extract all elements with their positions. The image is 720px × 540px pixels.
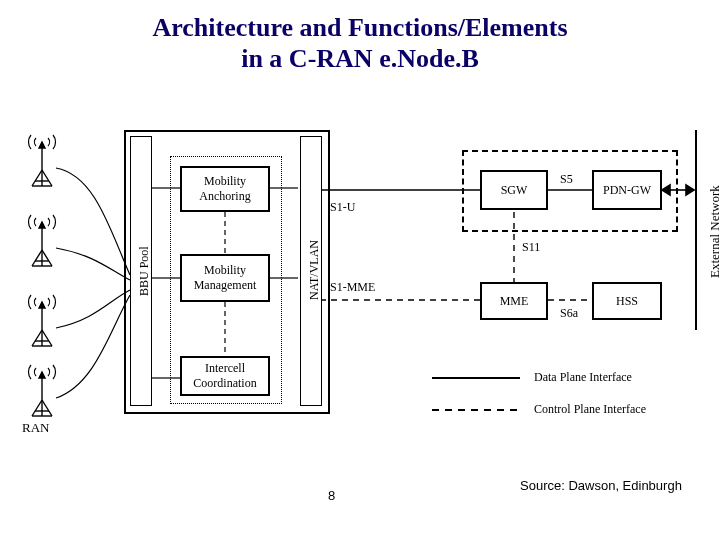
slide: Architecture and Functions/Elements in a… — [0, 0, 720, 540]
svg-line-17 — [42, 330, 52, 346]
mobility-management-box: Mobility Management — [180, 254, 270, 302]
svg-line-23 — [32, 400, 42, 416]
svg-line-10 — [42, 250, 52, 266]
svg-line-2 — [32, 170, 42, 186]
pdn-gw-box: PDN-GW — [592, 170, 662, 210]
bbu-pool-label: BBU Pool — [137, 246, 152, 296]
legend-data-label: Data Plane Interface — [534, 370, 632, 385]
diagram-lines — [0, 0, 720, 540]
ran-label: RAN — [22, 420, 49, 436]
s5-label: S5 — [560, 172, 573, 187]
sgw-box: SGW — [480, 170, 548, 210]
s1u-label: S1-U — [330, 200, 355, 215]
svg-line-24 — [42, 400, 52, 416]
mme-box: MME — [480, 282, 548, 320]
svg-marker-8 — [39, 222, 45, 228]
intercell-coordination-box: Intercell Coordination — [180, 356, 270, 396]
s11-label: S11 — [522, 240, 540, 255]
svg-line-9 — [32, 250, 42, 266]
nat-vlan-label: NAT/VLAN — [307, 240, 322, 300]
svg-marker-15 — [39, 302, 45, 308]
legend-control-label: Control Plane Interface — [534, 402, 646, 417]
hss-box: HSS — [592, 282, 662, 320]
svg-marker-42 — [686, 185, 694, 195]
page-number: 8 — [328, 488, 335, 503]
external-network-label: External Network — [707, 185, 720, 278]
source-credit: Source: Dawson, Edinburgh — [520, 478, 682, 493]
s6a-label: S6a — [560, 306, 578, 321]
s1mme-label: S1-MME — [330, 280, 375, 295]
svg-line-3 — [42, 170, 52, 186]
svg-marker-1 — [39, 142, 45, 148]
svg-line-16 — [32, 330, 42, 346]
svg-marker-22 — [39, 372, 45, 378]
mobility-anchoring-box: Mobility Anchoring — [180, 166, 270, 212]
